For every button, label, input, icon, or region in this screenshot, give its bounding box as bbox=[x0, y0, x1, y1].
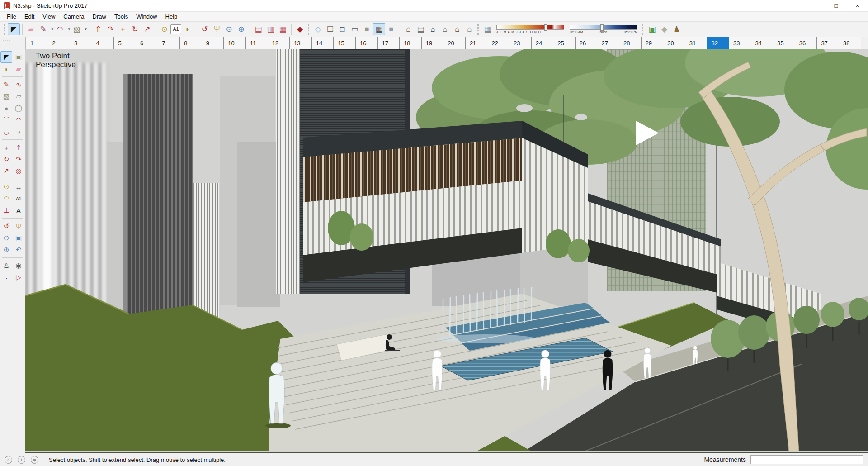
section-display-icon[interactable]: ▥ bbox=[264, 23, 277, 35]
eraser-icon[interactable]: ▰ bbox=[25, 23, 37, 35]
menu-help[interactable]: Help bbox=[161, 12, 182, 21]
shadow-date-slider-thumb[interactable] bbox=[544, 24, 547, 31]
menu-window[interactable]: Window bbox=[132, 12, 161, 21]
section-plane-icon[interactable]: ▤ bbox=[252, 23, 264, 35]
menu-draw[interactable]: Draw bbox=[89, 12, 110, 21]
push-pull-icon[interactable]: ⇑ bbox=[92, 23, 104, 35]
scene-tab-35[interactable]: 35 bbox=[773, 37, 795, 49]
scene-tab-27[interactable]: 27 bbox=[597, 37, 619, 49]
model-viewport[interactable]: Two Point Perspective bbox=[25, 49, 868, 453]
shape-tools-icon[interactable]: ▧ bbox=[71, 23, 83, 35]
freehand-icon[interactable]: ∿ bbox=[13, 79, 24, 90]
make-component-icon[interactable]: ▣ bbox=[13, 51, 24, 63]
scene-tab-24[interactable]: 24 bbox=[531, 37, 553, 49]
scene-tab-31[interactable]: 31 bbox=[685, 37, 707, 49]
line-tool-icon[interactable]: ✎ bbox=[37, 23, 49, 35]
back-view-icon[interactable]: ⌂ bbox=[439, 23, 451, 35]
scene-tab-11[interactable]: 11 bbox=[245, 37, 268, 49]
zoom-icon[interactable]: ⊙ bbox=[223, 23, 235, 35]
toolbar-grip[interactable] bbox=[4, 24, 6, 35]
scene-tab-17[interactable]: 17 bbox=[377, 37, 400, 49]
polygon-icon[interactable]: ◯ bbox=[13, 102, 24, 114]
pan-icon[interactable]: Ψ bbox=[13, 220, 24, 232]
scene-tab-25[interactable]: 25 bbox=[553, 37, 575, 49]
scene-tab-3[interactable]: 3 bbox=[70, 37, 92, 49]
shadow-date-slider[interactable]: J F M A M J J A S O N D bbox=[496, 25, 564, 33]
credits-icon[interactable]: i bbox=[18, 456, 25, 464]
toolbar-grip[interactable] bbox=[642, 24, 644, 35]
scene-tab-29[interactable]: 29 bbox=[641, 37, 663, 49]
scene-tab-2[interactable]: 2 bbox=[48, 37, 70, 49]
toggle-terrain-icon[interactable]: ◆ bbox=[658, 23, 670, 35]
scene-tab-33[interactable]: 33 bbox=[729, 37, 751, 49]
close-button[interactable]: × bbox=[847, 0, 868, 12]
zoom-previous-icon[interactable]: ↶ bbox=[13, 244, 24, 256]
axes-icon[interactable]: ⊥ bbox=[0, 204, 12, 216]
rotate-icon[interactable]: ↻ bbox=[0, 153, 12, 165]
menu-file[interactable]: File bbox=[3, 12, 20, 21]
right-view-icon[interactable]: ⌂ bbox=[463, 23, 476, 35]
section-plane-tool-icon[interactable]: ▷ bbox=[13, 271, 24, 283]
zoom-extents-icon[interactable]: ⊕ bbox=[0, 244, 12, 256]
style-hidden-line-icon[interactable]: ▭ bbox=[349, 23, 361, 35]
style-shaded-textures-icon[interactable]: ▦ bbox=[373, 23, 385, 35]
scene-tab-26[interactable]: 26 bbox=[575, 37, 597, 49]
scene-tab-36[interactable]: 36 bbox=[795, 37, 817, 49]
scene-tab-23[interactable]: 23 bbox=[509, 37, 531, 49]
scene-tab-28[interactable]: 28 bbox=[619, 37, 641, 49]
move-icon[interactable]: + bbox=[0, 142, 12, 153]
3d-text-icon[interactable]: A bbox=[13, 204, 24, 216]
shadow-time-slider-thumb[interactable] bbox=[600, 24, 604, 31]
scene-tab-38[interactable]: 38 bbox=[839, 37, 861, 49]
zoom-window-icon[interactable]: ▣ bbox=[13, 232, 24, 244]
toolbar-grip[interactable] bbox=[477, 24, 480, 35]
scene-tab-30[interactable]: 30 bbox=[663, 37, 685, 49]
menu-camera[interactable]: Camera bbox=[59, 12, 88, 21]
scene-tab-22[interactable]: 22 bbox=[487, 37, 509, 49]
left-view-icon[interactable]: ⌂ bbox=[451, 23, 463, 35]
scene-tab-4[interactable]: 4 bbox=[92, 37, 114, 49]
scene-tab-20[interactable]: 20 bbox=[443, 37, 465, 49]
scene-tab-37[interactable]: 37 bbox=[816, 37, 839, 49]
scene-tab-7[interactable]: 7 bbox=[158, 37, 180, 49]
push-pull-icon[interactable]: ⇑ bbox=[13, 142, 24, 153]
orbit-icon[interactable]: ↺ bbox=[198, 23, 211, 35]
select-tool-icon[interactable]: ◤ bbox=[8, 23, 20, 35]
scene-tab-9[interactable]: 9 bbox=[202, 37, 224, 49]
position-camera-icon[interactable]: ♙ bbox=[0, 260, 12, 271]
style-shaded-icon[interactable]: ■ bbox=[361, 23, 373, 35]
scene-tab-5[interactable]: 5 bbox=[113, 37, 136, 49]
scene-tab-34[interactable]: 34 bbox=[751, 37, 773, 49]
scene-tab-16[interactable]: 16 bbox=[355, 37, 377, 49]
tape-measure-icon[interactable]: ⊙ bbox=[158, 23, 170, 35]
arc-tools-icon[interactable]: ◠ bbox=[54, 23, 66, 35]
toolbar-grip[interactable] bbox=[308, 24, 310, 35]
scene-tab-32[interactable]: 32 bbox=[707, 37, 729, 49]
dimension-icon[interactable]: ↔ bbox=[13, 181, 24, 193]
circle-icon[interactable]: ● bbox=[0, 102, 12, 114]
style-wireframe-icon[interactable]: □ bbox=[336, 23, 349, 35]
menu-view[interactable]: View bbox=[38, 12, 59, 21]
style-xray-icon[interactable]: ◇ bbox=[312, 23, 324, 35]
text-tool-icon[interactable]: A1 bbox=[170, 24, 181, 34]
follow-me-icon[interactable]: ↷ bbox=[13, 153, 24, 165]
orbit-icon[interactable]: ↺ bbox=[0, 220, 12, 232]
scene-tab-12[interactable]: 12 bbox=[268, 37, 290, 49]
scene-tab-14[interactable]: 14 bbox=[311, 37, 334, 49]
zoom-icon[interactable]: ⊙ bbox=[0, 232, 12, 244]
front-view-icon[interactable]: ⌂ bbox=[427, 23, 439, 35]
move-icon[interactable]: + bbox=[117, 23, 129, 35]
shadow-settings-icon[interactable]: ▦ bbox=[481, 23, 494, 35]
extension-gem-icon[interactable]: ◆ bbox=[294, 23, 306, 35]
select-tool-icon[interactable]: ◤ bbox=[0, 51, 12, 63]
rectangle-icon[interactable]: ▧ bbox=[0, 90, 12, 102]
add-location-icon[interactable]: ▣ bbox=[646, 23, 658, 35]
scene-tab-10[interactable]: 10 bbox=[223, 37, 245, 49]
arc-icon[interactable]: ⌒ bbox=[0, 114, 12, 126]
measurements-input[interactable] bbox=[750, 455, 863, 464]
shadow-time-slider[interactable]: 06:13 AMNoon05:21 PM bbox=[570, 25, 637, 33]
section-cuts-icon[interactable]: ▦ bbox=[277, 23, 289, 35]
viewport-scene[interactable] bbox=[25, 49, 868, 451]
top-view-icon[interactable]: ▤ bbox=[415, 23, 427, 35]
scene-tab-8[interactable]: 8 bbox=[179, 37, 202, 49]
